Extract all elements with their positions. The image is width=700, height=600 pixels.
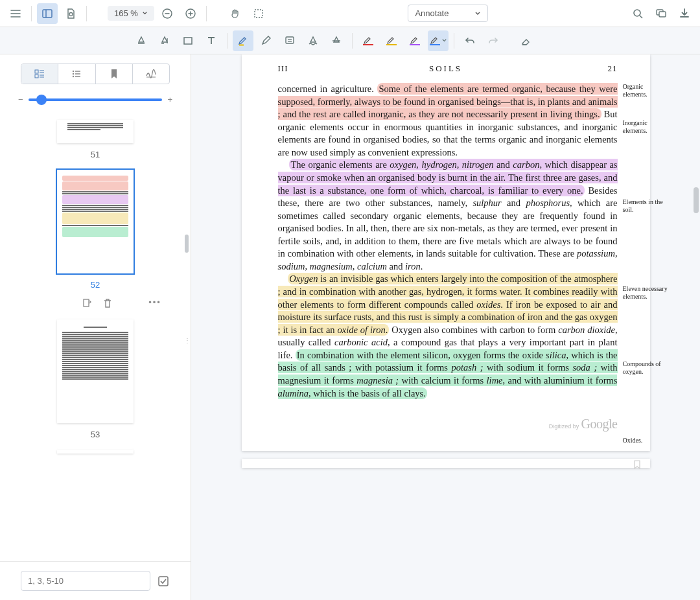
svg-rect-21	[35, 70, 38, 73]
svg-rect-35	[159, 577, 168, 586]
color-yellow-icon[interactable]	[381, 30, 402, 51]
page-more-icon[interactable]: •••	[148, 297, 161, 309]
svg-point-27	[73, 71, 74, 72]
comments-icon[interactable]	[651, 3, 671, 24]
bookmarks-tab-icon[interactable]	[95, 64, 132, 84]
note-icon[interactable]	[279, 30, 300, 51]
mode-dropdown[interactable]: Annotate	[408, 5, 488, 22]
pan-hand-icon[interactable]	[225, 3, 246, 24]
sidebar-scrollbar[interactable]	[185, 235, 189, 253]
svg-rect-12	[659, 12, 666, 17]
svg-point-28	[73, 73, 74, 75]
thumbnail-51[interactable]	[57, 120, 134, 143]
page-52: III SOILS 21 Organic elements. Inorganic…	[242, 54, 650, 451]
strikeout-icon[interactable]	[326, 30, 347, 51]
text-cursor-icon[interactable]	[154, 30, 175, 51]
download-icon[interactable]	[674, 3, 695, 24]
zoom-value: 165 %	[114, 8, 138, 18]
color-purple-icon[interactable]	[404, 30, 425, 51]
margin-note: Eleven necessary elements.	[623, 285, 670, 300]
squiggle-icon[interactable]	[303, 30, 323, 51]
rectangle-icon[interactable]	[178, 30, 198, 51]
separator	[352, 33, 353, 49]
svg-point-29	[73, 76, 74, 77]
annotation-toolbar	[0, 27, 700, 54]
highlight-purple[interactable]: The organic elements are oxygen, hydroge…	[278, 159, 618, 196]
search-icon[interactable]	[627, 3, 648, 24]
page-view-icon[interactable]	[60, 3, 81, 24]
svg-rect-16	[286, 37, 294, 43]
margin-note: Organic elements.	[623, 83, 670, 98]
redo-icon[interactable]	[483, 30, 504, 51]
thumbnail-53[interactable]	[57, 319, 134, 423]
zoom-dropdown[interactable]: 165 %	[108, 6, 154, 21]
menu-icon[interactable]	[5, 3, 26, 24]
thumbnail-list[interactable]: 51 52	[0, 108, 191, 561]
bookmark-outline-icon[interactable]	[633, 460, 641, 469]
page-body: Organic elements. Inorganic elements. El…	[278, 83, 618, 400]
page-range-input[interactable]	[21, 571, 150, 591]
mode-label: Annotate	[415, 8, 449, 18]
svg-rect-22	[35, 75, 38, 78]
sidebar: − + 51	[0, 54, 191, 600]
separator	[31, 6, 32, 21]
thumbnail-54[interactable]	[57, 450, 134, 454]
thumbnail-size-slider[interactable]: − +	[0, 91, 191, 108]
thumbnail-label: 52	[29, 280, 161, 290]
margin-note: Oxides.	[623, 437, 670, 444]
margin-note: Elements in the soil.	[623, 198, 670, 213]
text-tool-icon[interactable]	[201, 30, 222, 51]
zoom-in-icon[interactable]	[180, 3, 201, 24]
text-underline-icon[interactable]	[131, 30, 152, 51]
digitized-by: Digitized by Google	[278, 417, 618, 432]
document-viewer[interactable]: III SOILS 21 Organic elements. Inorganic…	[191, 54, 700, 600]
svg-rect-8	[255, 10, 262, 17]
viewer-scrollbar[interactable]	[694, 187, 699, 213]
undo-icon[interactable]	[460, 30, 480, 51]
svg-rect-14	[184, 38, 192, 44]
highlighter-icon[interactable]	[233, 30, 253, 51]
svg-rect-34	[84, 299, 89, 306]
color-blue-icon[interactable]	[428, 30, 449, 51]
color-red-icon[interactable]	[358, 30, 379, 51]
sidebar-footer	[0, 561, 191, 600]
margin-note: Inorganic elements.	[623, 119, 670, 134]
svg-rect-0	[43, 10, 52, 17]
page-rotate-icon[interactable]	[81, 297, 93, 309]
eraser-icon[interactable]	[515, 30, 536, 51]
svg-line-10	[640, 16, 642, 18]
zoom-out-icon[interactable]	[157, 3, 178, 24]
page-delete-icon[interactable]	[102, 297, 113, 309]
svg-point-2	[69, 12, 73, 16]
svg-point-9	[634, 10, 640, 16]
marquee-select-icon[interactable]	[248, 3, 269, 24]
outline-tab-icon[interactable]	[58, 64, 95, 84]
main-toolbar: 165 % Annotate	[0, 0, 700, 27]
separator	[454, 33, 454, 49]
separator	[206, 6, 207, 21]
thumbnail-52[interactable]	[57, 170, 134, 273]
margin-note: Compounds of oxygen.	[623, 360, 670, 375]
page-folio: 21	[608, 63, 618, 74]
page-53-stub	[242, 459, 650, 468]
pen-icon[interactable]	[256, 30, 277, 51]
sidebar-tabs	[21, 63, 170, 84]
thumbnails-tab-icon[interactable]	[21, 64, 58, 84]
separator	[86, 6, 87, 21]
signatures-tab-icon[interactable]	[132, 64, 169, 84]
sidebar-toggle-icon[interactable]	[37, 3, 58, 24]
page-title: SOILS	[429, 63, 462, 74]
separator	[227, 33, 228, 49]
thumbnail-label: 53	[57, 430, 134, 439]
thumbnail-label: 51	[57, 150, 134, 159]
highlight-green[interactable]: In combination with the element silicon,…	[278, 349, 618, 399]
page-chapter: III	[278, 63, 288, 74]
select-pages-icon[interactable]	[157, 575, 170, 588]
